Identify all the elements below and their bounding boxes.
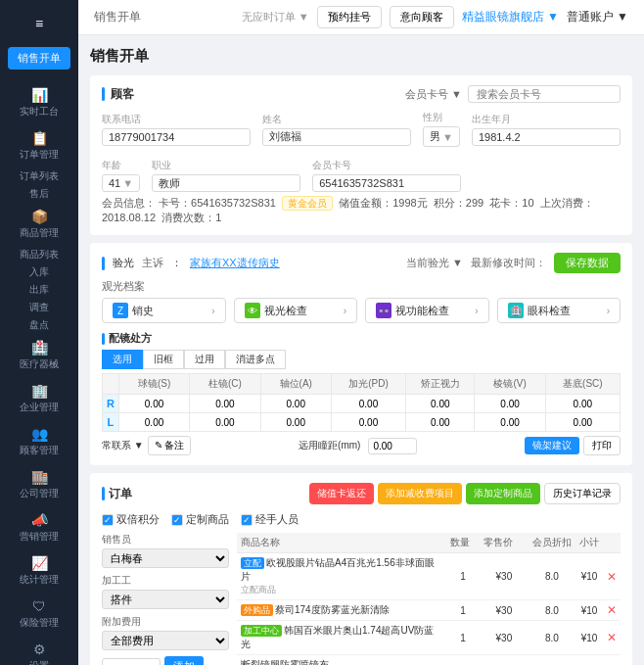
card-no-input[interactable]	[312, 174, 461, 192]
sidebar-item-company[interactable]: 🏬 公司管理	[0, 463, 78, 506]
remark-button[interactable]: ✎ 备注	[148, 436, 192, 455]
cell-L-add[interactable]	[331, 413, 405, 432]
view-item-eye-check[interactable]: 🏥 眼科检查 ›	[497, 298, 621, 323]
cell-R-add[interactable]	[331, 395, 405, 413]
delete-icon[interactable]: ✕	[607, 603, 617, 617]
processor-select[interactable]: 搭件	[102, 590, 229, 609]
add-cost-button[interactable]: 添加减收费项目	[378, 483, 462, 504]
stats-icon: 📈	[31, 555, 48, 571]
sidebar-item-enterprise[interactable]: 🏢 企业管理	[0, 377, 78, 420]
delete-icon[interactable]: ✕	[607, 631, 617, 644]
reserve-button[interactable]: 预约挂号	[317, 6, 382, 28]
delete-icon[interactable]: ✕	[607, 570, 617, 584]
cell-L-base[interactable]	[545, 413, 620, 432]
job-input[interactable]	[152, 174, 300, 192]
right-selector[interactable]: 当前验光 ▼	[406, 256, 463, 270]
name-input[interactable]	[262, 128, 411, 146]
sidebar-item-insurance[interactable]: 🛡 保险管理	[0, 593, 78, 636]
discount-inner: 添加	[102, 656, 229, 665]
checkbox-custom-product[interactable]: ✓ 定制商品	[171, 512, 229, 527]
phone-input[interactable]	[102, 128, 251, 146]
view-item-vision-check[interactable]: 👁 视光检查 ›	[234, 298, 358, 323]
main-action-button[interactable]: 销售开单	[8, 47, 70, 70]
storage-info: 储值金额：1998元	[339, 197, 427, 209]
order-action-btns: 储值卡返还 添加减收费项目 添加定制商品 历史订单记录	[309, 483, 621, 504]
birth-input[interactable]	[472, 128, 621, 146]
cell-L-S[interactable]	[118, 413, 189, 432]
tab-old-frame[interactable]: 旧框	[143, 350, 184, 369]
table-row: 立配欧视股眼片钻晶A4百兆光1.56非球面眼片立配商品 1 ¥30 8.0 ¥1…	[237, 553, 621, 600]
medical-icon: 🏥	[31, 340, 48, 356]
no-order-dropdown[interactable]: 无应时订单 ▼	[242, 10, 309, 24]
history-text[interactable]: 家族有XX遗传病史	[190, 256, 280, 270]
sidebar-item-after-sale[interactable]: 售后	[0, 185, 78, 203]
presc-title: 配镜处方	[109, 331, 152, 346]
sidebar-item-label: 调查	[29, 301, 49, 314]
tab-past-use[interactable]: 过用	[184, 350, 225, 369]
add-button[interactable]: 添加	[164, 656, 204, 665]
sidebar-item-order-list[interactable]: 订单列表	[0, 167, 78, 185]
sidebar-item-customers[interactable]: 👥 顾客管理	[0, 420, 78, 463]
gender-value: 男	[430, 129, 440, 144]
product-delete-cell[interactable]: ✕	[603, 621, 621, 655]
view-item-sales-history[interactable]: Z 销史 ›	[102, 298, 226, 323]
cell-R-prism[interactable]	[475, 395, 545, 413]
sidebar-item-goods[interactable]: 📦 商品管理	[0, 203, 78, 246]
sidebar-item-stats[interactable]: 📈 统计管理	[0, 549, 78, 593]
col-product-name: 商品名称	[237, 533, 446, 553]
sidebar-item-orders[interactable]: 📋 订单管理	[0, 124, 78, 167]
salesperson-label: 销售员	[102, 533, 229, 546]
cell-R-C[interactable]	[190, 395, 261, 413]
gender-select[interactable]: 男 ▼	[423, 126, 460, 147]
job-field-group: 职业	[152, 159, 300, 192]
salesperson-select[interactable]: 白梅春	[102, 548, 229, 568]
member-info-bar: 会员信息： 卡号：6541635732S831 黄金会员 储值金额：1998元 …	[102, 196, 621, 225]
product-delete-cell[interactable]: ✕	[603, 600, 621, 621]
print-button[interactable]: 打印	[583, 436, 621, 455]
checkbox-hand-person[interactable]: ✓ 经手人员	[241, 512, 299, 527]
user-menu[interactable]: 普通账户 ▼	[567, 9, 628, 25]
member-search-input[interactable]	[468, 85, 621, 103]
optometry-right: 当前验光 ▼ 最新修改时间： 保存数据	[406, 253, 621, 273]
sidebar-item-stock-in[interactable]: 入库	[0, 263, 78, 281]
save-data-button[interactable]: 保存数据	[554, 253, 621, 273]
sidebar-item-inventory[interactable]: 盘点	[0, 316, 78, 334]
presc-actions: 镜架建议 打印	[525, 436, 621, 455]
sidebar-item-settings[interactable]: ⚙ 设置	[0, 636, 78, 665]
card-deduct-button[interactable]: 储值卡返还	[309, 483, 374, 504]
add-product-button[interactable]: 添加定制商品	[466, 483, 540, 504]
frame-select: 常联系 ▼ ✎ 备注	[102, 436, 191, 455]
cell-L-C[interactable]	[190, 413, 261, 432]
tab-multi-point[interactable]: 消进多点	[225, 350, 286, 369]
cell-L-A[interactable]	[260, 413, 331, 432]
extra-fee-select[interactable]: 全部费用	[102, 631, 229, 650]
sidebar-item-medical[interactable]: 🏥 医疗器械	[0, 334, 78, 377]
recommend-button[interactable]: 镜架建议	[525, 437, 579, 454]
sidebar-item-stock-out[interactable]: 出库	[0, 281, 78, 299]
sidebar-item-marketing[interactable]: 📣 营销管理	[0, 506, 78, 549]
double-points-label: 双倍积分	[116, 512, 160, 527]
cell-R-base[interactable]	[545, 395, 620, 413]
cell-R-S[interactable]	[118, 395, 189, 413]
frame-label[interactable]: 常联系 ▼	[102, 439, 144, 452]
view-item-vision-function[interactable]: 👓 视功能检查 ›	[365, 298, 489, 323]
cell-R-corr[interactable]	[406, 395, 475, 413]
product-delete-cell[interactable]: ✕	[603, 553, 621, 600]
checkbox-double-points[interactable]: ✓ 双倍积分	[102, 512, 160, 527]
product-delete-cell[interactable]: ✕	[603, 655, 621, 666]
history-button[interactable]: 历史订单记录	[544, 483, 621, 504]
sidebar-item-survey[interactable]: 调查	[0, 299, 78, 316]
sidebar-item-realtime[interactable]: 📊 实时工台	[0, 81, 78, 124]
sidebar-item-goods-list[interactable]: 商品列表	[0, 246, 78, 263]
store-selector[interactable]: 精益眼镜旗舰店 ▼	[462, 9, 559, 25]
vi-text-eye: 眼科检查	[528, 304, 571, 318]
discount-input[interactable]	[102, 658, 161, 666]
age-select[interactable]: 41 ▼	[102, 174, 140, 192]
cell-L-prism[interactable]	[475, 413, 545, 432]
cell-L-corr[interactable]	[406, 413, 475, 432]
hand-person-label: 经手人员	[255, 512, 299, 527]
cell-R-A[interactable]	[260, 395, 331, 413]
review-button[interactable]: 意向顾客	[390, 6, 454, 28]
pd-input[interactable]	[368, 438, 417, 454]
tab-selected[interactable]: 选用	[102, 350, 143, 369]
